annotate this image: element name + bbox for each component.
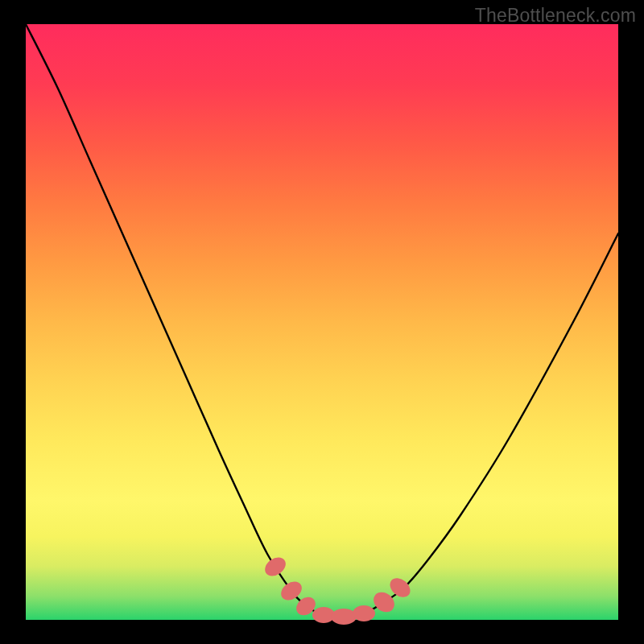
bottleneck-curve [26,24,618,617]
highlight-marker [353,605,375,621]
plot-area [26,24,618,620]
watermark-text: TheBottleneck.com [475,5,636,27]
chart-frame: TheBottleneck.com [0,0,644,644]
curve-layer [26,24,618,620]
highlight-marker [262,554,289,580]
highlight-markers [262,554,414,625]
highlight-marker [331,609,357,625]
